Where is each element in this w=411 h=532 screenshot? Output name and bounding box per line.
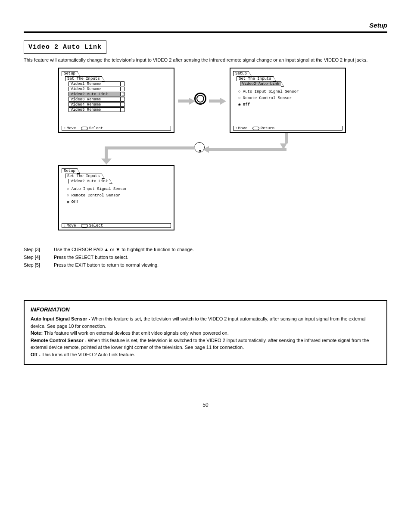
osd-radio-auto: Auto Input Signal Sensor — [238, 89, 343, 95]
osd-tab-v2al: Video2 Auto Link — [240, 81, 281, 86]
arrow-right-1 — [178, 100, 189, 103]
osd-tab-set-inputs: Set The Inputs — [65, 174, 102, 178]
osd-item-video4-rename: Video4 Rename — [68, 102, 125, 107]
info-p1: Auto Input Signal Sensor - When this fea… — [31, 315, 380, 330]
page-number: 50 — [24, 402, 387, 408]
step-4: Step [4] Press the SELECT button to sele… — [24, 254, 387, 261]
intro-text: This feature will automatically change t… — [24, 57, 387, 62]
step-3: Step [3] Use the CURSOR PAD ▲ or ▼ to hi… — [24, 246, 387, 253]
osd-radio-auto: Auto Input Signal Sensor — [67, 186, 172, 193]
arrow-down-head — [101, 159, 112, 165]
title-box: Video 2 Auto Link — [24, 40, 106, 54]
osd-radio-off: Off — [238, 102, 343, 108]
osd-radio-remote: Remote Control Sensor — [238, 95, 343, 102]
arrow-down-elbow — [285, 133, 288, 143]
info-header: INFORMATION — [31, 305, 380, 314]
osd-radio-off: Off — [67, 199, 172, 205]
arrow-left-1 — [209, 148, 286, 151]
cursor-down-icon: ▼ — [198, 149, 202, 153]
osd-footer: Move Select — [62, 223, 171, 228]
arrow-right-2 — [209, 100, 220, 103]
osd-footer: Move Select — [62, 126, 171, 131]
osd-item-video1-rename: Video1 Rename — [68, 81, 125, 86]
information-box: INFORMATION Auto Input Signal Sensor - W… — [24, 300, 387, 365]
osd-item-video3-rename: Video3 Rename — [68, 97, 125, 102]
osd-tab-setup: Setup — [62, 71, 78, 76]
osd-item-video2-autolink: Video2 Auto Link — [68, 92, 125, 96]
osd-tab-setup: Setup — [62, 168, 78, 173]
osd-tab-set-inputs: Set The Inputs — [237, 76, 274, 81]
osd-footer: Move Return — [233, 126, 342, 131]
select-button-icon-1-inner — [196, 95, 204, 103]
osd-item-video2-rename: Video2 Rename — [68, 87, 125, 91]
arrow-segment-v — [105, 146, 108, 159]
osd-pane-3: Setup Set The Inputs Video2 Auto Link Au… — [58, 165, 174, 230]
section-header: Setup — [24, 22, 387, 29]
osd-tab-set-inputs: Set The Inputs — [65, 76, 102, 81]
info-p3: Off - This turns off the VIDEO 2 Auto Li… — [31, 351, 380, 358]
osd-radio-remote: Remote Control Sensor — [67, 193, 172, 199]
osd-item-video5-rename: Video5 Rename — [68, 107, 125, 112]
info-note: Note: This feature will work on external… — [31, 330, 380, 337]
arrow-segment — [106, 146, 195, 149]
osd-pane-1: Setup Set The Inputs Video1 Rename Video… — [58, 68, 174, 133]
step-5: Step [5] Press the EXIT button to return… — [24, 262, 387, 268]
info-p2: Remote Control Sensor - When this featur… — [31, 337, 380, 351]
osd-tab-v2al: Video2 Auto Link — [68, 179, 110, 184]
flow-diagram: Setup Set The Inputs Video1 Rename Video… — [58, 68, 387, 242]
osd-tab-setup: Setup — [233, 71, 249, 76]
divider — [24, 31, 387, 33]
osd-pane-2: Setup Set The Inputs Video2 Auto Link Au… — [230, 68, 346, 133]
